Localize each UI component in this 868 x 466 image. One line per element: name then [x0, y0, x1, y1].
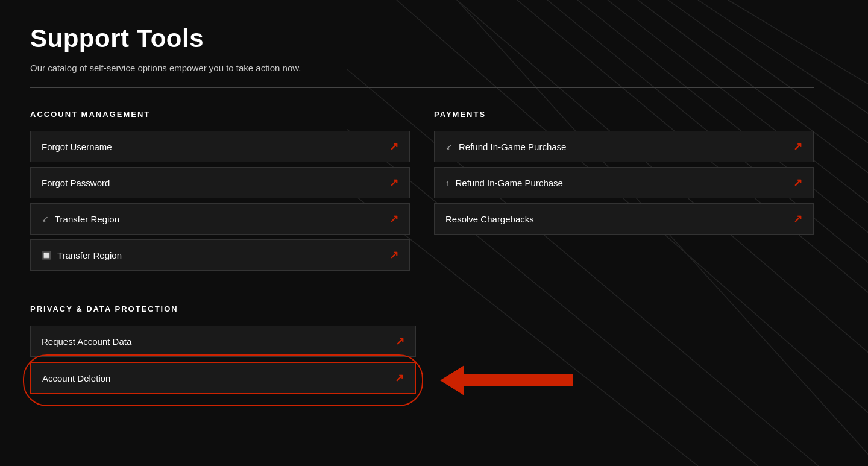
- account-deletion-wrapper: Account Deletion ↗: [30, 362, 416, 399]
- resolve-chargebacks-label: Resolve Chargebacks: [445, 214, 534, 224]
- refund-ingame-1-label: Refund In-Game Purchase: [459, 142, 566, 152]
- forgot-password-button[interactable]: Forgot Password ↗: [30, 167, 410, 198]
- annotation-arrow: [440, 365, 573, 395]
- payments-title: PAYMENTS: [434, 110, 814, 119]
- page-subtitle: Our catalog of self-service options empo…: [30, 63, 814, 73]
- resolve-chargebacks-arrow-icon: ↗: [793, 212, 802, 225]
- transfer-region-2-label: Transfer Region: [57, 250, 122, 260]
- refund-ingame-2-arrow-icon: ↗: [793, 176, 802, 189]
- annotation-arrow-svg: [440, 365, 573, 395]
- transfer-region-1-label: Transfer Region: [55, 214, 119, 224]
- refund-ingame-1-icon: ↙: [445, 142, 453, 151]
- page-title: Support Tools: [30, 24, 814, 53]
- main-sections-grid: ACCOUNT MANAGEMENT Forgot Username ↗ For…: [30, 110, 814, 276]
- resolve-chargebacks-button[interactable]: Resolve Chargebacks ↗: [434, 203, 814, 235]
- transfer-region-2-arrow-icon: ↗: [389, 248, 398, 262]
- transfer-region-1-icon: ↙: [42, 214, 49, 224]
- request-account-data-arrow-icon: ↗: [395, 335, 404, 348]
- transfer-region-2-button[interactable]: 🔲 Transfer Region ↗: [30, 239, 410, 271]
- privacy-buttons-container: Request Account Data ↗ Account Deletion …: [30, 326, 416, 399]
- forgot-username-button[interactable]: Forgot Username ↗: [30, 131, 410, 162]
- refund-ingame-2-icon: ↑: [445, 178, 450, 187]
- forgot-username-wrapper: Forgot Username ↗: [30, 131, 410, 162]
- forgot-password-label: Forgot Password: [42, 178, 110, 188]
- transfer-region-2-icon: 🔲: [42, 251, 51, 260]
- privacy-section: PRIVACY & DATA PROTECTION Request Accoun…: [30, 304, 814, 399]
- account-deletion-button[interactable]: Account Deletion ↗: [30, 362, 416, 394]
- page-content: Support Tools Our catalog of self-servic…: [0, 0, 844, 423]
- resolve-chargebacks-wrapper: Resolve Chargebacks ↗: [434, 203, 814, 235]
- request-account-data-label: Request Account Data: [42, 336, 131, 347]
- account-management-title: ACCOUNT MANAGEMENT: [30, 110, 410, 119]
- request-account-data-wrapper: Request Account Data ↗: [30, 326, 416, 357]
- account-deletion-label: Account Deletion: [42, 373, 110, 383]
- payments-section: PAYMENTS ↙ Refund In-Game Purchase ↗ ↑ R…: [434, 110, 814, 276]
- refund-ingame-2-label: Refund In-Game Purchase: [456, 178, 563, 188]
- account-management-section: ACCOUNT MANAGEMENT Forgot Username ↗ For…: [30, 110, 410, 276]
- request-account-data-button[interactable]: Request Account Data ↗: [30, 326, 416, 357]
- svg-marker-14: [440, 365, 573, 395]
- forgot-username-label: Forgot Username: [42, 142, 112, 152]
- forgot-username-arrow-icon: ↗: [389, 140, 398, 153]
- refund-ingame-1-wrapper: ↙ Refund In-Game Purchase ↗: [434, 131, 814, 162]
- transfer-region-1-arrow-icon: ↗: [389, 212, 398, 225]
- transfer-region-2-wrapper: 🔲 Transfer Region ↗: [30, 239, 410, 271]
- refund-ingame-2-button[interactable]: ↑ Refund In-Game Purchase ↗: [434, 167, 814, 198]
- refund-ingame-1-button[interactable]: ↙ Refund In-Game Purchase ↗: [434, 131, 814, 162]
- refund-ingame-1-arrow-icon: ↗: [793, 140, 802, 153]
- transfer-region-1-wrapper: ↙ Transfer Region ↗: [30, 203, 410, 235]
- refund-ingame-2-wrapper: ↑ Refund In-Game Purchase ↗: [434, 167, 814, 198]
- privacy-title: PRIVACY & DATA PROTECTION: [30, 304, 814, 313]
- forgot-password-wrapper: Forgot Password ↗: [30, 167, 410, 198]
- divider: [30, 87, 814, 88]
- transfer-region-1-button[interactable]: ↙ Transfer Region ↗: [30, 203, 410, 235]
- forgot-password-arrow-icon: ↗: [389, 176, 398, 189]
- account-deletion-arrow-icon: ↗: [395, 371, 404, 385]
